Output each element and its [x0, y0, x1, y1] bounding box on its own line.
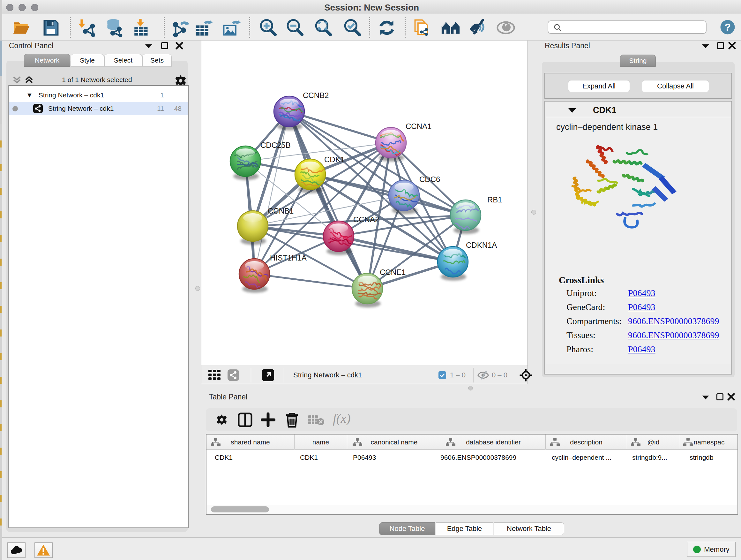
svg-text:CDKN1A: CDKN1A [466, 241, 497, 249]
svg-text:HIST1H1A: HIST1H1A [270, 253, 307, 262]
svg-text:CCNE1: CCNE1 [380, 268, 406, 276]
svg-text:CCNB1: CCNB1 [268, 206, 293, 215]
svg-text:CCNB2: CCNB2 [303, 91, 329, 100]
svg-text:RB1: RB1 [487, 195, 502, 204]
svg-text:CDC6: CDC6 [419, 175, 440, 184]
svg-text:CCNA1: CCNA1 [406, 122, 431, 131]
svg-text:CDK1: CDK1 [324, 155, 345, 164]
svg-text:CCNA2: CCNA2 [353, 215, 379, 224]
svg-text:CDC25B: CDC25B [260, 141, 291, 149]
svg-text:?: ? [724, 21, 731, 33]
